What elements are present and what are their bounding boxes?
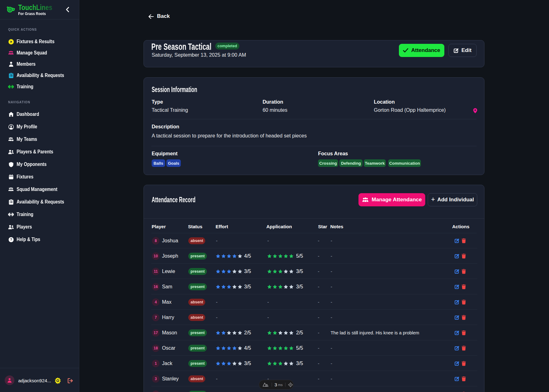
svg-text:?: ? [10,238,12,241]
